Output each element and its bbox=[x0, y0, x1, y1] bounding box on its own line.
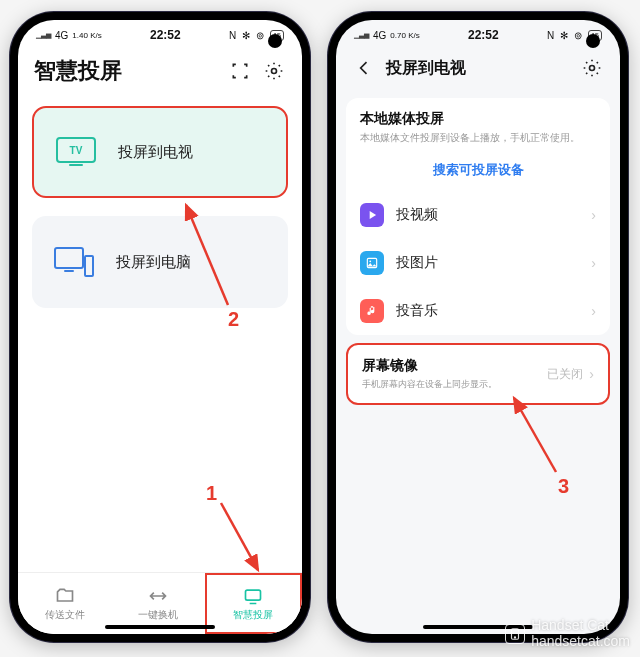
cast-to-tv-label: 投屏到电视 bbox=[118, 143, 193, 162]
scan-icon[interactable] bbox=[228, 59, 252, 83]
media-subtitle: 本地媒体文件投屏到设备上播放，手机正常使用。 bbox=[360, 131, 596, 145]
pc-icon bbox=[54, 247, 94, 277]
network-type: 4G bbox=[373, 30, 386, 41]
clock: 22:52 bbox=[150, 28, 181, 42]
mirror-title: 屏幕镜像 bbox=[362, 357, 547, 375]
watermark-text: Handset Cat handsetcat.com bbox=[531, 618, 630, 649]
cast-image-label: 投图片 bbox=[396, 254, 438, 272]
cast-music-label: 投音乐 bbox=[396, 302, 438, 320]
local-media-section: 本地媒体投屏 本地媒体文件投屏到设备上播放，手机正常使用。 搜索可投屏设备 投视… bbox=[346, 98, 610, 335]
phone-frame-left: ▁▃▅ 4G 1.40 K/s 22:52 N ✻ ⊚ 15 智慧投屏 bbox=[10, 12, 310, 642]
cast-video-label: 投视频 bbox=[396, 206, 438, 224]
camera-hole bbox=[586, 34, 600, 48]
nfc-icon: N bbox=[229, 30, 236, 41]
wifi-icon: ⊚ bbox=[574, 30, 582, 41]
svg-point-9 bbox=[515, 637, 516, 638]
net-speed: 1.40 K/s bbox=[72, 31, 101, 40]
bluetooth-icon: ✻ bbox=[242, 30, 250, 41]
tab-files-label: 传送文件 bbox=[45, 608, 85, 622]
cast-to-tv-card[interactable]: TV 投屏到电视 bbox=[32, 106, 288, 198]
page-title: 投屏到电视 bbox=[386, 58, 570, 79]
svg-point-0 bbox=[272, 69, 277, 74]
annotation-arrow-1 bbox=[216, 498, 266, 578]
chevron-right-icon: › bbox=[591, 303, 596, 319]
cast-to-pc-card[interactable]: 投屏到电脑 bbox=[32, 216, 288, 308]
mirror-subtitle: 手机屏幕内容在设备上同步显示。 bbox=[362, 378, 547, 391]
screen-mirror-row[interactable]: 屏幕镜像 手机屏幕内容在设备上同步显示。 已关闭 › bbox=[346, 343, 610, 405]
back-icon[interactable] bbox=[352, 56, 376, 80]
svg-point-4 bbox=[590, 66, 595, 71]
tv-icon: TV bbox=[56, 137, 96, 163]
chevron-right-icon: › bbox=[591, 207, 596, 223]
svg-rect-1 bbox=[246, 590, 261, 600]
watermark: Handset Cat handsetcat.com bbox=[505, 618, 630, 649]
tab-cast[interactable]: 智慧投屏 bbox=[205, 573, 302, 634]
svg-line-7 bbox=[514, 398, 556, 472]
annotation-number-3: 3 bbox=[558, 475, 569, 498]
camera-hole bbox=[268, 34, 282, 48]
clock: 22:52 bbox=[468, 28, 499, 42]
screen-right: ▁▃▅ 4G 0.70 K/s 22:52 N ✻ ⊚ 15 投屏到电视 bbox=[336, 20, 620, 634]
tab-files[interactable]: 传送文件 bbox=[18, 573, 111, 634]
phone-frame-right: ▁▃▅ 4G 0.70 K/s 22:52 N ✻ ⊚ 15 投屏到电视 bbox=[328, 12, 628, 642]
svg-point-6 bbox=[369, 260, 371, 262]
annotation-number-1: 1 bbox=[206, 482, 217, 505]
video-icon bbox=[360, 203, 384, 227]
music-icon bbox=[360, 299, 384, 323]
chevron-right-icon: › bbox=[589, 366, 594, 382]
cast-video-row[interactable]: 投视频 › bbox=[346, 191, 610, 239]
gear-icon[interactable] bbox=[580, 56, 604, 80]
svg-line-3 bbox=[221, 503, 258, 570]
cast-to-pc-label: 投屏到电脑 bbox=[116, 253, 191, 272]
chevron-right-icon: › bbox=[591, 255, 596, 271]
tab-cast-label: 智慧投屏 bbox=[233, 608, 273, 622]
network-type: 4G bbox=[55, 30, 68, 41]
search-devices-link[interactable]: 搜索可投屏设备 bbox=[346, 149, 610, 191]
cast-image-row[interactable]: 投图片 › bbox=[346, 239, 610, 287]
media-title: 本地媒体投屏 bbox=[360, 110, 596, 128]
gear-icon[interactable] bbox=[262, 59, 286, 83]
header: 智慧投屏 bbox=[18, 50, 302, 96]
status-bar: ▁▃▅ 4G 1.40 K/s 22:52 N ✻ ⊚ 15 bbox=[18, 20, 302, 50]
signal-icon: ▁▃▅ bbox=[36, 31, 51, 39]
home-indicator[interactable] bbox=[105, 625, 215, 629]
status-bar: ▁▃▅ 4G 0.70 K/s 22:52 N ✻ ⊚ 15 bbox=[336, 20, 620, 50]
nfc-icon: N bbox=[547, 30, 554, 41]
watermark-icon bbox=[505, 624, 525, 644]
net-speed: 0.70 K/s bbox=[390, 31, 419, 40]
cast-music-row[interactable]: 投音乐 › bbox=[346, 287, 610, 335]
tab-switch-label: 一键换机 bbox=[138, 608, 178, 622]
bluetooth-icon: ✻ bbox=[560, 30, 568, 41]
signal-icon: ▁▃▅ bbox=[354, 31, 369, 39]
wifi-icon: ⊚ bbox=[256, 30, 264, 41]
image-icon bbox=[360, 251, 384, 275]
mirror-state: 已关闭 bbox=[547, 366, 583, 383]
screen-left: ▁▃▅ 4G 1.40 K/s 22:52 N ✻ ⊚ 15 智慧投屏 bbox=[18, 20, 302, 634]
header: 投屏到电视 bbox=[336, 50, 620, 90]
page-title: 智慧投屏 bbox=[34, 56, 218, 86]
